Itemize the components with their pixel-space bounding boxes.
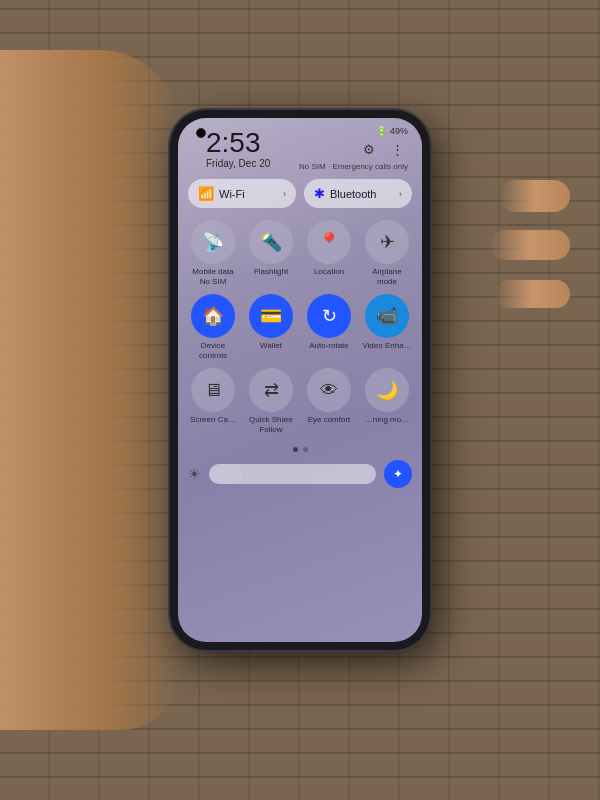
brightness-row: ☀ ✦	[178, 456, 422, 492]
bluetooth-toggle[interactable]: ✱ Bluetooth ›	[304, 179, 412, 208]
brightness-fill	[209, 464, 242, 484]
qs-eye-comfort: 👁 Eye comfort	[304, 368, 354, 434]
qs-wallet: 💳 Wallet	[246, 294, 296, 360]
battery-icon: 🔋	[376, 126, 387, 136]
qs-reading-mode: 🌙 …ning mo…	[362, 368, 412, 434]
qs-location-label: Location	[314, 267, 344, 277]
qs-airplane: ✈ Airplanemode	[362, 220, 412, 286]
status-time: 2:53	[206, 129, 270, 157]
qs-mobile-data-btn[interactable]: 📡	[191, 220, 235, 264]
top-icons: ⚙ ⋮	[358, 138, 408, 160]
battery-percent: 49%	[390, 126, 408, 136]
phone-wrapper: 2:53 Friday, Dec 20 🔋 49% ⚙ ⋮ No SIM · E…	[170, 110, 430, 650]
status-bar: 2:53 Friday, Dec 20 🔋 49% ⚙ ⋮ No SIM · E…	[178, 118, 422, 175]
qs-quick-share-btn[interactable]: ⇄	[249, 368, 293, 412]
page-dot-2	[303, 447, 308, 452]
qs-auto-rotate-btn[interactable]: ↻	[307, 294, 351, 338]
qs-flashlight-btn[interactable]: 🔦	[249, 220, 293, 264]
qs-auto-rotate-label: Auto-rotate	[309, 341, 349, 351]
hand-left	[0, 50, 180, 730]
qs-reading-mode-label: …ning mo…	[365, 415, 409, 425]
qs-airplane-btn[interactable]: ✈	[365, 220, 409, 264]
qs-eye-comfort-label: Eye comfort	[308, 415, 351, 425]
qs-device-controls-label: Devicecontrols	[199, 341, 227, 360]
qs-video-enhance-btn[interactable]: 📹	[365, 294, 409, 338]
qs-mobile-data: 📡 Mobile dataNo SIM	[188, 220, 238, 286]
bluetooth-chevron: ›	[399, 189, 402, 199]
bluetooth-label: Bluetooth	[330, 188, 394, 200]
quick-settings-grid: 📡 Mobile dataNo SIM 🔦 Flashlight 📍 Locat…	[178, 212, 422, 443]
qs-screen-cast: 🖥 Screen Ca…	[188, 368, 238, 434]
qs-mobile-data-label: Mobile dataNo SIM	[192, 267, 233, 286]
status-icons: 🔋 49%	[376, 126, 408, 136]
quick-toggle-row: 📶 Wi-Fi › ✱ Bluetooth ›	[178, 175, 422, 212]
phone-outer: 2:53 Friday, Dec 20 🔋 49% ⚙ ⋮ No SIM · E…	[170, 110, 430, 650]
qs-screen-cast-label: Screen Ca…	[190, 415, 236, 425]
no-sim-text: No SIM · Emergency calls only	[299, 162, 408, 171]
qs-flashlight: 🔦 Flashlight	[246, 220, 296, 286]
wifi-icon: 📶	[198, 186, 214, 201]
qs-airplane-label: Airplanemode	[372, 267, 401, 286]
qs-device-controls: 🏠 Devicecontrols	[188, 294, 238, 360]
qs-video-enhance-label: Video Enha…	[362, 341, 411, 351]
wifi-label: Wi-Fi	[219, 188, 278, 200]
phone-screen: 2:53 Friday, Dec 20 🔋 49% ⚙ ⋮ No SIM · E…	[178, 118, 422, 642]
qs-wallet-btn[interactable]: 💳	[249, 294, 293, 338]
finger-3	[495, 280, 570, 308]
qs-quick-share: ⇄ Quick ShareFollow	[246, 368, 296, 434]
finger-2	[490, 230, 570, 260]
qs-auto-rotate: ↻ Auto-rotate	[304, 294, 354, 360]
page-dot-1	[293, 447, 298, 452]
page-dots	[178, 443, 422, 456]
status-right: 🔋 49% ⚙ ⋮ No SIM · Emergency calls only	[299, 126, 408, 171]
status-date: Friday, Dec 20	[206, 158, 270, 169]
qs-video-enhance: 📹 Video Enha…	[362, 294, 412, 360]
qs-reading-mode-btn[interactable]: 🌙	[365, 368, 409, 412]
finger-1	[500, 180, 570, 212]
qs-flashlight-label: Flashlight	[254, 267, 288, 277]
brightness-track[interactable]	[209, 464, 376, 484]
qs-screen-cast-btn[interactable]: 🖥	[191, 368, 235, 412]
scene: 2:53 Friday, Dec 20 🔋 49% ⚙ ⋮ No SIM · E…	[0, 0, 600, 800]
qs-device-controls-btn[interactable]: 🏠	[191, 294, 235, 338]
more-icon[interactable]: ⋮	[386, 138, 408, 160]
wifi-toggle[interactable]: 📶 Wi-Fi ›	[188, 179, 296, 208]
brightness-low-icon: ☀	[188, 466, 201, 482]
wifi-chevron: ›	[283, 189, 286, 199]
settings-icon[interactable]: ⚙	[358, 138, 380, 160]
bluetooth-icon: ✱	[314, 186, 325, 201]
qs-eye-comfort-btn[interactable]: 👁	[307, 368, 351, 412]
qs-location: 📍 Location	[304, 220, 354, 286]
qs-wallet-label: Wallet	[260, 341, 282, 351]
qs-location-btn[interactable]: 📍	[307, 220, 351, 264]
qs-quick-share-label: Quick ShareFollow	[249, 415, 293, 434]
brightness-high-btn[interactable]: ✦	[384, 460, 412, 488]
